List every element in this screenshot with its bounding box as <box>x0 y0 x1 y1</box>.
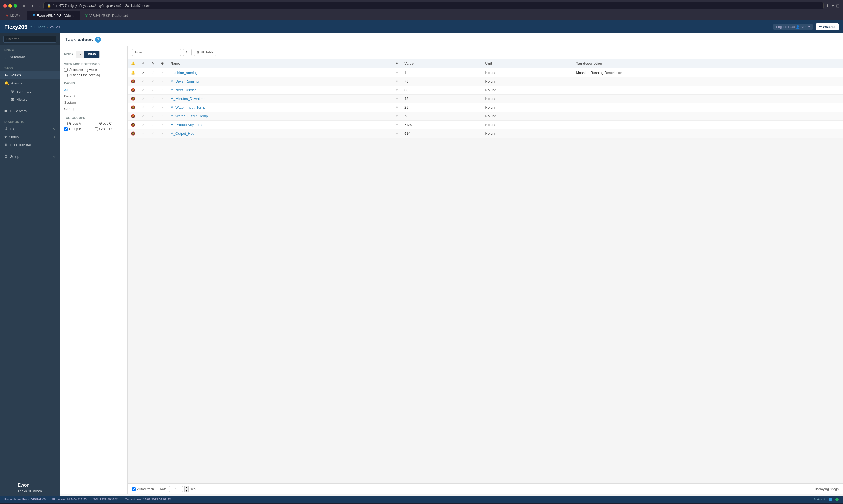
forward-btn[interactable]: › <box>37 3 41 8</box>
rate-down-btn[interactable]: ▼ <box>184 489 189 492</box>
m2web-icon: M <box>5 14 9 18</box>
page-item-all[interactable]: All <box>64 87 123 93</box>
autoedit-row: Auto edit the next tag <box>64 73 123 77</box>
page-item-config[interactable]: Config <box>64 106 123 112</box>
cell-name[interactable]: M_Productivity_total <box>167 121 392 129</box>
rate-up-btn[interactable]: ▲ <box>184 486 189 489</box>
sidebar-item-summary[interactable]: ⊙ Summary <box>0 53 60 61</box>
cell-name[interactable]: machine_running <box>167 68 392 77</box>
firmware-info: Firmware: 14.5s0 (#1817) <box>52 498 87 501</box>
sidebar-item-io-servers[interactable]: ⇄ IO Servers › <box>0 107 60 115</box>
cell-valid: ✓ <box>139 68 148 77</box>
logs-icon: ↺ <box>4 127 7 131</box>
dropdown-arrow[interactable]: ▾ <box>808 25 810 29</box>
autorefresh-checkbox[interactable] <box>132 487 136 491</box>
back-btn[interactable]: ‹ <box>30 3 35 8</box>
sidebar-toggle-btn[interactable]: ⊞ <box>21 3 28 8</box>
sec-label: sec. <box>191 487 196 491</box>
sidebar-logs-label: Logs <box>10 127 17 131</box>
cell-unit: No unit <box>482 86 573 94</box>
breadcrumb-tags[interactable]: Tags <box>38 25 45 29</box>
browser-controls: ⊞ ‹ › <box>21 3 41 8</box>
cell-unit: No unit <box>482 68 573 77</box>
hl-table-button[interactable]: ⊞ HL Table <box>194 49 216 56</box>
cell-alarm: 🔕 <box>128 94 139 103</box>
cell-name[interactable]: M_Next_Service <box>167 86 392 94</box>
cell-name[interactable]: M_Days_Running <box>167 77 392 86</box>
sidebar-item-alarms-summary[interactable]: ⊙ Summary <box>7 87 60 95</box>
cell-unit: No unit <box>482 121 573 129</box>
th-alarm: 🔔 <box>128 59 139 68</box>
tab-visualys[interactable]: Y VISUALYS KPI Dashboard <box>80 12 134 20</box>
sidebar-alarms-summary-label: Summary <box>16 89 32 93</box>
sidebar-item-alarms-history[interactable]: ⊞ History <box>7 95 60 104</box>
cell-value: 1 <box>401 68 482 77</box>
group-c-checkbox[interactable] <box>94 122 98 125</box>
autoedit-checkbox[interactable] <box>64 74 68 77</box>
cell-name[interactable]: M_Minutes_Downtime <box>167 94 392 103</box>
breadcrumb-values: Values <box>50 25 60 29</box>
grid-icon[interactable]: ⊞ <box>836 3 840 8</box>
tab-m2web[interactable]: M M2Web <box>0 12 27 20</box>
status-bar: Ewon Name: Ewon VISUALYS Firmware: 14.5s… <box>0 496 843 503</box>
cell-name[interactable]: M_Water_Input_Temp <box>167 103 392 112</box>
ewon-logo: EwonBY HMS NETWORKS <box>18 483 42 492</box>
traffic-lights <box>3 4 17 7</box>
tab-ewon-values[interactable]: E Ewon VISUALYS - Values <box>27 12 80 20</box>
sidebar-item-status[interactable]: ♥ Status ⚙ <box>0 133 60 141</box>
wizards-button[interactable]: ✏ Wizards <box>816 23 839 31</box>
cell-valid: ✓ <box>139 77 148 86</box>
group-b-item: Group B <box>64 127 93 131</box>
app-header: Flexy205 ⌂ › Tags › Values Logged in as … <box>0 20 843 33</box>
status-link[interactable]: Status ↗ <box>814 498 826 501</box>
sidebar-item-alarms[interactable]: 🔔 Alarms <box>0 79 60 87</box>
sidebar-item-files-transfer[interactable]: ⬇ Files Transfer <box>0 141 60 149</box>
cell-description <box>573 77 843 86</box>
home-icon[interactable]: ⌂ <box>30 24 32 29</box>
cell-name[interactable]: M_Water_Output_Temp <box>167 112 392 121</box>
help-badge[interactable]: ? <box>95 37 101 43</box>
th-trend: ∿ <box>148 59 158 68</box>
rate-input[interactable] <box>169 486 183 492</box>
files-icon: ⬇ <box>4 143 7 147</box>
cell-group: ✓ <box>158 86 167 94</box>
sidebar-item-setup[interactable]: ⚙ Setup ⚙ <box>0 152 60 161</box>
cell-name[interactable]: M_Output_Hour <box>167 129 392 138</box>
rate-separator: — Rate: <box>156 487 167 491</box>
page-item-system[interactable]: System <box>64 100 123 106</box>
group-d-checkbox[interactable] <box>94 127 98 131</box>
group-a-checkbox[interactable] <box>64 122 68 125</box>
sidebar-item-values[interactable]: 🏷 Values <box>0 71 60 79</box>
main-header: Tags values ? <box>60 33 843 46</box>
right-panel: ↻ ⊞ HL Table 🔔 ✓ ∿ <box>128 46 843 494</box>
cell-heart: ♥ <box>392 103 401 112</box>
refresh-button[interactable]: ↻ <box>183 49 192 56</box>
table-row: 🔕 ✓ ✓ ✓ M_Output_Hour ♥ 514 No unit <box>128 129 843 138</box>
share-icon[interactable]: ⬆ <box>826 3 829 8</box>
mode-toggle-view[interactable]: VIEW <box>85 51 100 58</box>
cell-trend: ✓ <box>148 103 158 112</box>
ewon-logo-area: EwonBY HMS NETWORKS <box>0 480 60 496</box>
table-toolbar: ↻ ⊞ HL Table <box>128 46 843 59</box>
minimize-btn[interactable] <box>8 4 12 7</box>
cell-heart: ♥ <box>392 77 401 86</box>
new-tab-icon[interactable]: + <box>831 3 834 8</box>
sidebar-section-home: Home ⊙ Summary <box>0 45 60 63</box>
mode-toggle-inactive[interactable]: ● <box>76 51 85 58</box>
table-filter-input[interactable] <box>132 49 181 56</box>
cell-valid: ✓ <box>139 129 148 138</box>
setup-gear-icon: ⚙ <box>53 155 55 158</box>
data-table: 🔔 ✓ ∿ ⚙ Name ♥ Value Unit Tag descriptio… <box>128 59 843 483</box>
tab-m2web-label: M2Web <box>10 14 21 18</box>
fullscreen-btn[interactable] <box>14 4 17 7</box>
sidebar-filter-input[interactable] <box>3 36 56 43</box>
group-b-checkbox[interactable] <box>64 127 68 131</box>
page-item-default[interactable]: Default <box>64 93 123 100</box>
autosave-checkbox[interactable] <box>64 68 68 72</box>
sidebar-item-logs[interactable]: ↺ Logs ⚙ <box>0 125 60 133</box>
breadcrumb: Tags › Values <box>38 25 60 29</box>
close-btn[interactable] <box>3 4 7 7</box>
table-row: 🔕 ✓ ✓ ✓ M_Days_Running ♥ 78 No unit <box>128 77 843 86</box>
address-bar[interactable]: 🔒 1qre4727pmlgcym6nycdxbw2jnky6m.proxy-e… <box>43 2 823 9</box>
history-icon: ⊞ <box>11 97 14 102</box>
